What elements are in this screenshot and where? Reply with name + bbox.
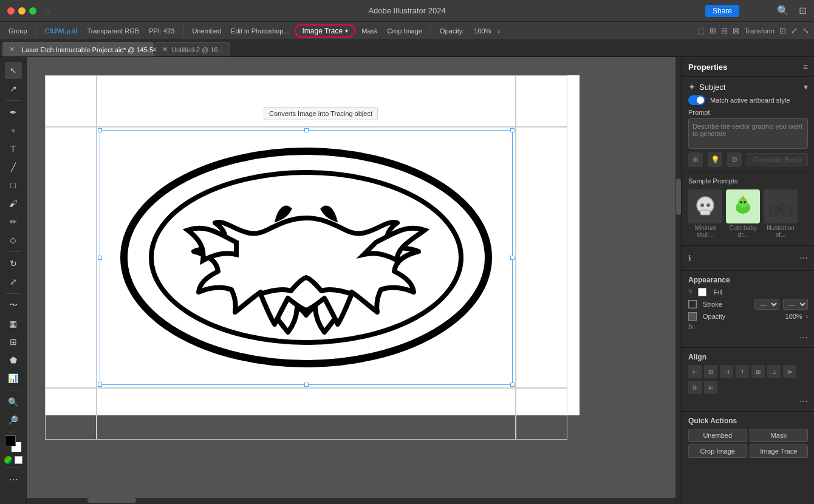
align-center-h-icon[interactable]: ⊟ — [704, 365, 717, 378]
handle-top-left[interactable] — [98, 128, 102, 132]
expand-icon[interactable]: ⤢ — [791, 26, 798, 35]
align-left-icon[interactable]: ⊢ — [688, 365, 702, 378]
chart-tool[interactable]: 📊 — [5, 370, 22, 387]
rotate-tool[interactable]: ↻ — [5, 255, 22, 272]
more-tools[interactable]: ⋯ — [5, 471, 22, 488]
window-icon[interactable]: ⊡ — [799, 5, 807, 16]
qa-unembed-button[interactable]: Unembed — [688, 429, 747, 442]
shape-builder[interactable]: ⬟ — [5, 352, 22, 369]
appearance-more-icon[interactable]: ⋯ — [799, 333, 808, 342]
match-artboard-toggle[interactable] — [688, 95, 705, 105]
stroke-weight-select[interactable]: — — [754, 299, 779, 310]
tab-laser-etch[interactable]: ✕ Laser Etch Instructable Project.aic* @… — [2, 42, 154, 56]
select-tool-icon[interactable]: ⬚ — [697, 26, 705, 35]
scrollbar-thumb-h[interactable] — [87, 498, 136, 503]
align-top-icon[interactable]: ⊤ — [736, 365, 749, 378]
distribute-center-h-icon[interactable]: ⊪ — [688, 381, 702, 394]
opacity-value[interactable]: 100% — [470, 26, 494, 36]
handle-mid-left[interactable] — [98, 256, 102, 260]
prompt-input[interactable]: Describe the vector graphic you want to … — [688, 118, 808, 149]
paintbrush-tool[interactable]: 🖌 — [5, 195, 22, 212]
color-mode-icon[interactable] — [4, 456, 12, 464]
line-tool[interactable]: ╱ — [5, 158, 22, 175]
align-right-icon[interactable]: ⊣ — [720, 365, 733, 378]
image-trace-button[interactable]: Image Trace ▾ — [295, 24, 355, 38]
transform-tool-icon[interactable]: ⊞ — [710, 26, 716, 35]
zoom-tool[interactable]: 🔎 — [5, 412, 22, 429]
info-icon[interactable]: ℹ — [688, 254, 691, 262]
scale-tool[interactable]: ⤢ — [5, 273, 22, 290]
transform-label[interactable]: Transform — [744, 27, 775, 35]
pen-tool[interactable]: ✒ — [5, 104, 22, 121]
mesh-tool[interactable]: ⊞ — [5, 333, 22, 350]
align-icon[interactable]: ⊟ — [721, 26, 728, 35]
scrollbar-thumb-v[interactable] — [676, 179, 681, 215]
canvas-area[interactable]: Converts Image into Tracing object — [27, 57, 682, 504]
home-icon[interactable]: ⌂ — [45, 7, 49, 15]
opacity-chevron-icon[interactable]: › — [806, 313, 808, 320]
distribute-right-icon[interactable]: ⊫ — [704, 381, 717, 394]
handle-mid-right[interactable] — [510, 256, 515, 260]
opacity-value[interactable]: 100% — [785, 313, 802, 320]
question-icon[interactable]: ? — [688, 288, 692, 296]
sample-skull[interactable]: Minimal skull... — [688, 189, 722, 238]
skull-thumb[interactable] — [688, 189, 722, 223]
light-bulb-icon[interactable]: 💡 — [708, 152, 722, 167]
shape-tool[interactable]: □ — [5, 177, 22, 194]
eyedropper-tool[interactable]: 🔍 — [5, 393, 22, 410]
expand-subject-icon[interactable]: ▾ — [804, 82, 808, 92]
shaper-tool[interactable]: ◇ — [5, 231, 22, 248]
edit-photoshop-button[interactable]: Edit in Photoshop... — [227, 26, 292, 36]
qa-mask-button[interactable]: Mask — [750, 429, 809, 442]
mask-button[interactable]: Mask — [358, 26, 381, 36]
align-bottom-icon[interactable]: ⊥ — [767, 365, 781, 378]
magic-wand-icon[interactable]: ⊕ — [688, 152, 703, 167]
settings-icon[interactable]: ⚙ — [727, 152, 742, 167]
tab-close-icon[interactable]: ✕ — [9, 46, 15, 53]
scrollbar-horizontal[interactable] — [27, 498, 675, 504]
bike-thumb[interactable] — [764, 189, 798, 223]
close-button[interactable] — [7, 7, 15, 15]
handle-bottom-center[interactable] — [304, 383, 309, 387]
unembed-button[interactable]: Unembed — [188, 26, 225, 36]
handle-bottom-right[interactable] — [510, 383, 515, 387]
add-anchor-tool[interactable]: + — [5, 122, 22, 139]
sample-bike[interactable]: Illustration of... — [764, 189, 798, 238]
share-button[interactable]: Share — [705, 5, 739, 17]
search-icon[interactable]: 🔍 — [777, 5, 789, 16]
extra-icon[interactable]: ⊡ — [779, 26, 786, 35]
type-tool[interactable]: T — [5, 140, 22, 157]
scrollbar-vertical[interactable] — [675, 57, 682, 504]
align-center-v-icon[interactable]: ⊞ — [751, 365, 765, 378]
handle-top-center[interactable] — [304, 128, 309, 132]
dragon-thumb[interactable] — [726, 189, 760, 223]
info-more-icon[interactable]: ⋯ — [799, 253, 808, 263]
warp-tool[interactable]: 〜 — [5, 297, 22, 314]
collapse-icon[interactable]: ⤡ — [802, 26, 809, 35]
select-tool[interactable]: ↖ — [5, 62, 22, 79]
fill-stroke-swatches[interactable] — [5, 435, 22, 452]
panel-menu-icon[interactable]: ≡ — [803, 62, 808, 72]
handle-top-right[interactable] — [510, 128, 515, 132]
more-options-icon[interactable]: › — [497, 26, 500, 36]
handle-bottom-left[interactable] — [98, 383, 102, 387]
qa-image-trace-button[interactable]: Image Trace — [750, 444, 809, 458]
distribute-left-icon[interactable]: ⊫ — [783, 365, 796, 378]
canvas-center-cell[interactable] — [97, 127, 516, 388]
generate-button[interactable]: Generate (Beta) — [747, 153, 808, 166]
gradient-tool[interactable]: ▦ — [5, 315, 22, 332]
direct-select-tool[interactable]: ↗ — [5, 80, 22, 97]
fill-swatch[interactable] — [698, 288, 706, 296]
sample-dragon[interactable]: Cute baby dr... — [726, 189, 760, 238]
distribute-icon[interactable]: ⊠ — [733, 26, 739, 35]
align-more-icon[interactable]: ⋯ — [799, 397, 808, 406]
tab-untitled[interactable]: ✕ Untitled-2 @ 16... — [156, 42, 230, 56]
qa-crop-image-button[interactable]: Crop Image — [688, 444, 747, 458]
stroke-type-select[interactable]: — — [783, 299, 808, 310]
white-mode-icon[interactable] — [15, 456, 22, 464]
crop-image-button[interactable]: Crop Image — [383, 26, 425, 36]
tab-close-icon-2[interactable]: ✕ — [162, 46, 168, 53]
minimize-button[interactable] — [18, 7, 26, 15]
maximize-button[interactable] — [29, 7, 36, 15]
pencil-tool[interactable]: ✏ — [5, 213, 22, 230]
